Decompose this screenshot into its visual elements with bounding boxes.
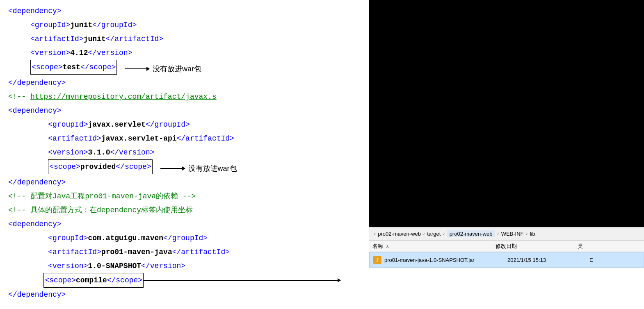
file-type: E (589, 257, 593, 263)
breadcrumb-item-2[interactable]: target (427, 231, 441, 237)
line-comment2: <!-- 配置对Java工程pro01-maven-java的依赖 --> (8, 189, 369, 203)
arrow-provided (160, 168, 185, 169)
line-comment3: <!-- 具体的配置方式：在dependency标签内使用坐标 (8, 203, 369, 217)
breadcrumb-item-4[interactable]: WEB-INF (501, 231, 524, 237)
col-header-date[interactable]: 修改日期 (496, 243, 578, 250)
line-dep1-close: </dependency> (8, 76, 369, 90)
file-date: 2021/1/15 15:13 (507, 257, 589, 263)
file-table-header: 名称 ∧ 修改日期 类 (369, 241, 644, 252)
black-area (369, 0, 644, 227)
line-dep1-version: <version>4.12</version> (8, 46, 369, 60)
line-dep2-open: <dependency> (8, 104, 369, 118)
jar-icon: J (373, 255, 382, 264)
line-dep1-scope: <scope>test</scope> 没有放进war包 (8, 60, 369, 76)
breadcrumb: › pro02-maven-web › target › pro02-maven… (369, 227, 644, 241)
file-name: pro01-maven-java-1.0-SNAPSHOT.jar (384, 257, 507, 263)
line-dep3-version: <version>1.0-SNAPSHOT</version> (8, 259, 369, 273)
no-war-label-2: 没有放进war包 (188, 161, 237, 175)
breadcrumb-item-5[interactable]: lib (530, 231, 535, 237)
line-dep2-artifactid: <artifactId>javax.servlet-api</artifactI… (8, 132, 369, 145)
right-panel: › pro02-maven-web › target › pro02-maven… (369, 0, 644, 309)
arrow-test (125, 68, 149, 69)
arrow-compile (144, 280, 340, 281)
line-dep2-version: <version>3.1.0</version> (8, 145, 369, 159)
file-row[interactable]: J pro01-maven-java-1.0-SNAPSHOT.jar 2021… (369, 252, 644, 268)
no-war-label-1: 没有放进war包 (153, 62, 201, 76)
line-dep3-close: </dependency> (8, 288, 369, 302)
line-dep3-scope: <scope>compile</scope> (8, 273, 369, 288)
breadcrumb-item-1[interactable]: pro02-maven-web (378, 231, 421, 237)
sort-icon: ∧ (386, 244, 389, 249)
line-dep3-groupid: <groupId>com.atguigu.maven</groupId> (8, 231, 369, 245)
line-comment1: <!-- https://mvnrepository.com/artifact/… (8, 90, 369, 104)
col-header-name[interactable]: 名称 ∧ (372, 243, 496, 250)
line-dep2-groupid: <groupId>javax.servlet</groupId> (8, 118, 369, 132)
line-dep1-artifactid: <artifactId>junit</artifactId> (8, 32, 369, 46)
svg-text:J: J (376, 258, 379, 262)
line-dep2-close: </dependency> (8, 175, 369, 189)
file-explorer: › pro02-maven-web › target › pro02-maven… (369, 227, 644, 309)
code-panel: <dependency> <groupId>junit</groupId> <a… (0, 0, 369, 309)
col-header-type[interactable]: 类 (578, 243, 583, 250)
line-dep2-scope: <scope>provided</scope> 没有放进war包 (8, 159, 369, 175)
line-dep3-open: <dependency> (8, 217, 369, 231)
line-dep1-open: <dependency> (8, 4, 369, 18)
line-dep1-groupid: <groupId>junit</groupId> (8, 18, 369, 32)
line-dep3-artifactid: <artifactId>pro01-maven-java</artifactId… (8, 245, 369, 259)
breadcrumb-item-3[interactable]: pro02-maven-web (447, 230, 495, 237)
